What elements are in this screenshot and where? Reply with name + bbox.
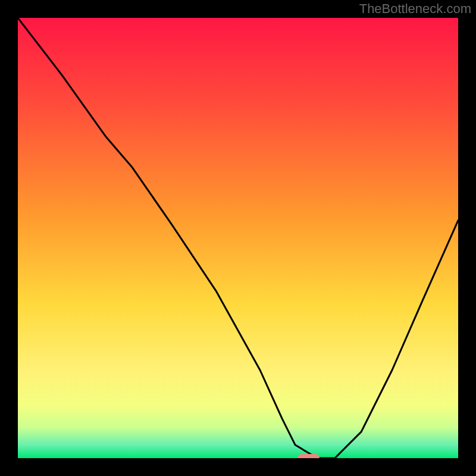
plot-area	[18, 18, 458, 458]
optimal-marker	[298, 454, 320, 458]
chart-container: TheBottleneck.com	[0, 0, 476, 476]
bottleneck-curve	[18, 18, 458, 458]
watermark-text: TheBottleneck.com	[359, 1, 471, 17]
